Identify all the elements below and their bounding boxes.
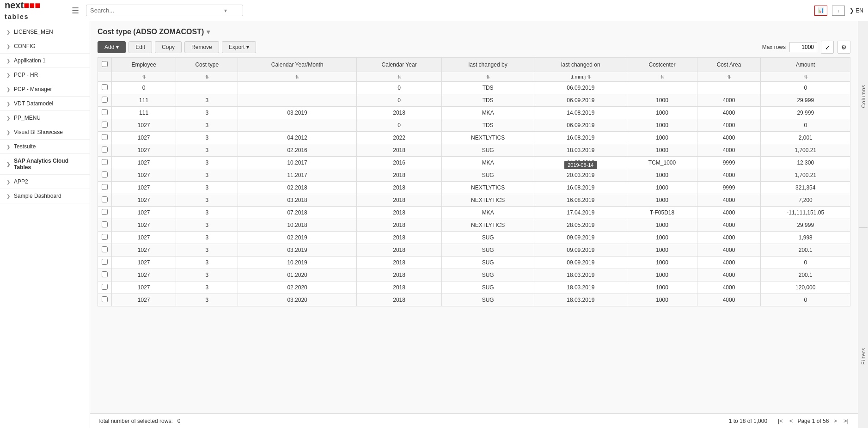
col-header-cost-type: Cost type (176, 58, 238, 72)
sidebar-item-testsuite[interactable]: ❯Testsuite (0, 140, 90, 154)
sidebar-item-app2[interactable]: ❯APP2 (0, 175, 90, 189)
sidebar-item-vdt-datamodel[interactable]: ❯VDT Datamodel (0, 97, 90, 111)
cell-costcenter: 1000 (627, 94, 697, 107)
cell-amount: -11,111,151.05 (761, 207, 850, 219)
row-checkbox[interactable] (102, 221, 108, 227)
row-checkbox[interactable] (102, 134, 108, 140)
add-button[interactable]: Add ▾ (98, 41, 126, 53)
row-checkbox[interactable] (102, 234, 108, 240)
sidebar-item-sap-analytics[interactable]: ❯SAP Analytics Cloud Tables (0, 154, 90, 175)
row-checkbox[interactable] (102, 284, 108, 290)
cell-last-changed-by: SUG (442, 294, 534, 306)
filter-cal-year-month[interactable]: ⇅ (238, 72, 357, 82)
filter-costcenter[interactable]: ⇅ (627, 72, 697, 82)
sidebar-item-label: Applikation 1 (14, 57, 46, 64)
row-checkbox-cell (98, 257, 112, 269)
chart-icon[interactable]: 📊 (814, 6, 827, 16)
row-checkbox[interactable] (102, 109, 108, 115)
row-checkbox[interactable] (102, 171, 108, 177)
sidebar-item-pcp-hr[interactable]: ❯PCP - HR (0, 68, 90, 82)
prev-page-button[interactable]: < (788, 416, 795, 425)
select-all-checkbox[interactable] (102, 61, 108, 67)
copy-button[interactable]: Copy (155, 41, 182, 53)
sidebar-item-sample-dashboard[interactable]: ❯Sample Dashboard (0, 189, 90, 203)
info-icon[interactable]: i (832, 6, 845, 16)
cell-costcenter: TCM_1000 (627, 157, 697, 169)
cell-cost-type: 3 (176, 232, 238, 244)
row-checkbox[interactable] (102, 271, 108, 277)
cell-employee: 1027 (112, 294, 176, 306)
filter-cal-year[interactable]: ⇅ (356, 72, 441, 82)
row-checkbox[interactable] (102, 84, 108, 90)
toolbar: Add ▾ Edit Copy Remove Export ▾ Max rows… (98, 41, 850, 54)
row-checkbox[interactable] (102, 159, 108, 165)
filter-last-changed-on[interactable]: tt.mm.j ⇅ (534, 72, 627, 82)
cell-last-changed-on: 06.09.2019 (534, 119, 627, 132)
sidebar-item-config[interactable]: ❯CONFIG (0, 39, 90, 54)
row-checkbox[interactable] (102, 184, 108, 190)
last-page-button[interactable]: >| (842, 416, 850, 425)
row-checkbox[interactable] (102, 147, 108, 153)
remove-button[interactable]: Remove (184, 41, 219, 53)
filter-employee[interactable]: ⇅ (112, 72, 176, 82)
sidebar-item-pcp-manager[interactable]: ❯PCP - Manager (0, 82, 90, 97)
cell-last-changed-by: NEXTLYTICS (442, 132, 534, 144)
row-checkbox[interactable] (102, 246, 108, 252)
cell-amount: 29,999 (761, 219, 850, 232)
sidebar-item-visual-showcase[interactable]: ❯Visual BI Showcase (0, 125, 90, 140)
table-header: Cost type (ADSO ZOMACOST) ▾ Add ▾ Edit C… (90, 21, 858, 57)
filter-cost-type[interactable]: ⇅ (176, 72, 238, 82)
row-checkbox[interactable] (102, 122, 108, 128)
filter-amount[interactable]: ⇅ (761, 72, 850, 82)
max-rows-input[interactable] (789, 42, 817, 52)
columns-panel-label[interactable]: Columns (861, 85, 866, 108)
footer: Total number of selected rows: 0 1 to 18… (90, 413, 858, 428)
cell-cost-area: 4000 (697, 232, 761, 244)
cell-cal-year-month (238, 82, 357, 94)
toolbar-right: Max rows ⤢ ⚙ (762, 41, 850, 54)
cell-cal-year-month: 07.2018 (238, 207, 357, 219)
title-dropdown-icon[interactable]: ▾ (207, 28, 210, 36)
row-checkbox[interactable] (102, 259, 108, 265)
arrow-icon: ❯ (6, 194, 10, 199)
table-row: 1027 3 01.2020 2018 SUG 18.03.2019 1000 … (98, 269, 850, 281)
filter-last-changed-by[interactable]: ⇅ (442, 72, 534, 82)
cell-amount: 0 (761, 257, 850, 269)
table-row: 1027 3 11.2017 2018 SUG 20.03.2019 2019-… (98, 169, 850, 182)
search-chevron-icon[interactable]: ▾ (224, 7, 227, 14)
sidebar-item-applikation-1[interactable]: ❯Applikation 1 (0, 54, 90, 68)
cell-costcenter: 1000 (627, 294, 697, 306)
cell-cost-area: 4000 (697, 132, 761, 144)
first-page-button[interactable]: |< (776, 416, 785, 425)
hamburger-icon[interactable]: ☰ (69, 3, 81, 18)
sidebar-item-pp-menu[interactable]: ❯PP_MENU (0, 111, 90, 125)
arrow-icon: ❯ (6, 144, 10, 149)
row-checkbox[interactable] (102, 196, 108, 202)
sidebar-item-label: Visual BI Showcase (14, 129, 63, 135)
language-button[interactable]: ❯ EN (850, 7, 863, 14)
row-checkbox[interactable] (102, 209, 108, 215)
cell-cal-year-month: 02.2018 (238, 182, 357, 194)
edit-button[interactable]: Edit (128, 41, 152, 53)
data-table: Employee Cost type Calendar Year/Month C… (98, 57, 850, 306)
row-checkbox[interactable] (102, 97, 108, 103)
table-row: 1027 3 02.2018 2018 NEXTLYTICS 16.08.201… (98, 182, 850, 194)
cell-costcenter: 1000 (627, 107, 697, 119)
sidebar-item-license-men[interactable]: ❯LICENSE_MEN (0, 25, 90, 39)
fullscreen-button[interactable]: ⤢ (821, 41, 834, 54)
cell-employee: 111 (112, 107, 176, 119)
row-checkbox[interactable] (102, 296, 108, 302)
filters-panel-label[interactable]: Filters (861, 348, 866, 365)
search-input[interactable] (90, 7, 224, 14)
sidebar-item-label: CONFIG (14, 43, 36, 49)
sidebar-item-label: VDT Datamodel (14, 100, 53, 107)
filter-cost-area[interactable]: ⇅ (697, 72, 761, 82)
cell-cal-year-month: 02.2020 (238, 281, 357, 294)
cell-cal-year: 2018 (356, 169, 441, 182)
next-page-button[interactable]: > (831, 416, 839, 425)
cell-cost-area: 9999 (697, 157, 761, 169)
export-button[interactable]: Export ▾ (222, 41, 257, 53)
table-title-bar: Cost type (ADSO ZOMACOST) ▾ (98, 28, 850, 36)
settings-button[interactable]: ⚙ (837, 41, 850, 54)
page-info: Page 1 of 56 (797, 418, 829, 424)
